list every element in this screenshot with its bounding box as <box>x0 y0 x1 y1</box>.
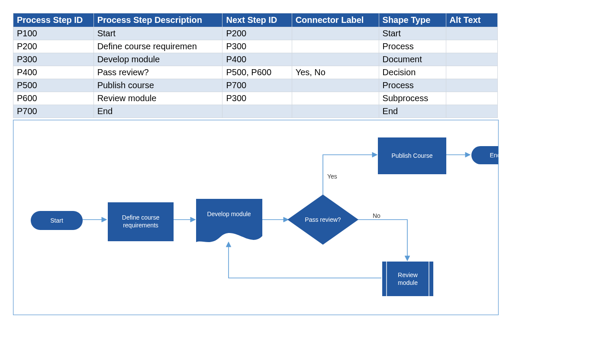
cell-next-id: P300 <box>222 40 292 53</box>
cell-next-id: P300 <box>222 92 292 105</box>
cell-step-id: P400 <box>13 66 94 79</box>
connector-review-to-develop <box>229 242 381 278</box>
cell-next-id: P400 <box>222 53 292 66</box>
shape-publish-label: Publish Course <box>392 152 433 159</box>
cell-next-id <box>222 105 292 118</box>
cell-step-desc: Publish course <box>93 79 222 92</box>
shape-review-label1: Review <box>398 271 418 278</box>
shape-pass-review-decision: Pass review? <box>287 195 358 245</box>
cell-shape: Subprocess <box>379 92 446 105</box>
table-row: P500 Publish course P700 Process <box>13 79 498 92</box>
table-row: P600 Review module P300 Subprocess <box>13 92 498 105</box>
cell-shape: Document <box>379 53 446 66</box>
cell-step-desc: Develop module <box>93 53 222 66</box>
cell-alt <box>446 79 497 92</box>
cell-shape: Process <box>379 79 446 92</box>
cell-step-desc: Start <box>93 27 222 40</box>
cell-shape: Decision <box>379 66 446 79</box>
cell-step-desc: End <box>93 105 222 118</box>
shape-review-label2: module <box>398 279 418 286</box>
flowchart-canvas: Yes No Start Define course requirements … <box>13 120 499 315</box>
shape-start: Start <box>31 211 83 230</box>
cell-connector <box>292 40 379 53</box>
shape-end: End <box>471 146 498 164</box>
col-process-step-description: Process Step Description <box>93 13 222 27</box>
shape-publish-course: Publish Course <box>378 137 446 174</box>
connector-decision-no-to-review <box>358 220 407 261</box>
connector-label-yes: Yes <box>327 173 337 180</box>
cell-alt <box>446 27 497 40</box>
col-next-step-id: Next Step ID <box>222 13 292 27</box>
svg-rect-5 <box>382 262 433 296</box>
table-row: P300 Develop module P400 Document <box>13 53 498 66</box>
cell-step-id: P700 <box>13 105 94 118</box>
col-process-step-id: Process Step ID <box>13 13 94 27</box>
cell-alt <box>446 53 497 66</box>
cell-next-id: P500, P600 <box>222 66 292 79</box>
shape-define-course-requirements: Define course requirements <box>108 202 174 241</box>
cell-next-id: P200 <box>222 27 292 40</box>
cell-connector <box>292 53 379 66</box>
col-alt-text: Alt Text <box>446 13 497 27</box>
table-body: P100 Start P200 Start P200 Define course… <box>13 27 498 118</box>
cell-connector <box>292 105 379 118</box>
shape-review-module: Review module <box>382 262 433 296</box>
cell-step-desc: Define course requiremen <box>93 40 222 53</box>
table-row: P700 End End <box>13 105 498 118</box>
cell-step-id: P200 <box>13 40 94 53</box>
cell-alt <box>446 92 497 105</box>
col-connector-label: Connector Label <box>292 13 379 27</box>
shape-define-label2: requirements <box>123 222 158 229</box>
cell-next-id: P700 <box>222 79 292 92</box>
col-shape-type: Shape Type <box>379 13 446 27</box>
shape-develop-label: Develop module <box>207 211 251 217</box>
shape-decision-label: Pass review? <box>305 216 341 223</box>
cell-step-id: P500 <box>13 79 94 92</box>
cell-connector: Yes, No <box>292 66 379 79</box>
cell-alt <box>446 105 497 118</box>
cell-step-id: P600 <box>13 92 94 105</box>
table-row: P200 Define course requiremen P300 Proce… <box>13 40 498 53</box>
cell-shape: End <box>379 105 446 118</box>
cell-connector <box>292 27 379 40</box>
cell-alt <box>446 40 497 53</box>
shape-end-label: End <box>490 152 498 159</box>
cell-shape: Process <box>379 40 446 53</box>
cell-step-desc: Review module <box>93 92 222 105</box>
cell-step-id: P100 <box>13 27 94 40</box>
cell-alt <box>446 66 497 79</box>
cell-step-desc: Pass review? <box>93 66 222 79</box>
cell-connector <box>292 92 379 105</box>
table-row: P100 Start P200 Start <box>13 27 498 40</box>
cell-connector <box>292 79 379 92</box>
table-header-row: Process Step ID Process Step Description… <box>13 13 498 27</box>
shape-define-label1: Define course <box>122 214 160 221</box>
cell-shape: Start <box>379 27 446 40</box>
cell-step-id: P300 <box>13 53 94 66</box>
process-steps-table: Process Step ID Process Step Description… <box>13 13 498 118</box>
shape-start-label: Start <box>50 217 63 224</box>
shape-develop-module: Develop module <box>196 199 262 242</box>
table-row: P400 Pass review? P500, P600 Yes, No Dec… <box>13 66 498 79</box>
connector-label-no: No <box>373 212 380 219</box>
